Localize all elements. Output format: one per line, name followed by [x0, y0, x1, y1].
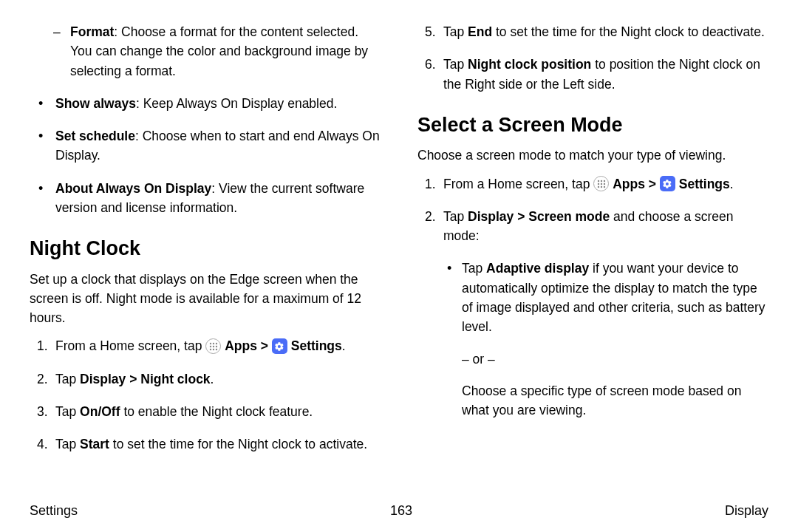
mode-step-2: 2. Tap Display > Screen mode and choose …	[417, 207, 768, 246]
set-schedule-label: Set schedule	[55, 129, 135, 143]
step-pre: Tap	[443, 24, 468, 39]
apps-icon	[593, 176, 609, 191]
step-bold: End	[468, 24, 492, 39]
step-bold: On/Off	[80, 404, 120, 419]
format-item: Format: Choose a format for the content …	[30, 22, 381, 81]
step-pre: Tap	[443, 209, 468, 224]
step-number: 6.	[425, 55, 436, 74]
about-aod-label: About Always On Display	[55, 181, 211, 196]
step-number: 3.	[37, 402, 48, 421]
step-pre: Tap	[443, 57, 468, 72]
mode-step-1: 1. From a Home screen, tap Apps > Settin…	[417, 174, 768, 194]
svg-point-6	[210, 348, 211, 349]
screen-mode-heading: Select a Screen Mode	[417, 110, 768, 140]
settings-icon	[272, 338, 287, 354]
step-number: 1.	[425, 174, 436, 194]
night-clock-intro: Set up a clock that displays on the Edge…	[30, 270, 381, 328]
page-content: Format: Choose a format for the content …	[0, 0, 798, 467]
svg-point-8	[216, 348, 217, 349]
or-separator: – or –	[417, 349, 768, 369]
step-end: .	[730, 177, 734, 191]
svg-point-7	[213, 348, 214, 349]
svg-point-16	[601, 186, 602, 188]
adaptive-bold: Adaptive display	[486, 261, 589, 276]
step-bold: Display > Screen mode	[468, 209, 610, 224]
svg-point-0	[210, 342, 211, 344]
svg-point-2	[216, 342, 217, 344]
step-pre: Tap	[55, 437, 80, 451]
step-rest: to enable the Night clock feature.	[120, 404, 313, 419]
svg-point-11	[604, 180, 605, 182]
page-footer: Settings 163 Display	[30, 503, 768, 519]
settings-label: Settings	[291, 338, 342, 353]
svg-point-12	[598, 183, 599, 185]
night-step-4: 4. Tap Start to set the time for the Nig…	[30, 434, 381, 454]
show-always-text: : Keep Always On Display enabled.	[136, 96, 337, 111]
step-number: 1.	[37, 336, 48, 355]
step-pre: Tap	[55, 404, 80, 419]
format-text: : Choose a format for the content select…	[70, 24, 368, 78]
night-clock-heading: Night Clock	[30, 233, 381, 264]
apps-label: Apps	[225, 338, 257, 353]
night-step-3: 3. Tap On/Off to enable the Night clock …	[30, 402, 381, 421]
step-end: .	[342, 338, 346, 353]
svg-point-5	[216, 345, 217, 347]
sep: >	[645, 177, 660, 191]
set-schedule-item: Set schedule: Choose when to start and e…	[30, 126, 381, 166]
step-rest: to set the time for the Night clock to a…	[109, 437, 367, 451]
step-pre: From a Home screen, tap	[443, 177, 593, 191]
svg-point-14	[604, 183, 605, 185]
night-step-5: 5. Tap End to set the time for the Night…	[417, 22, 768, 41]
svg-point-10	[601, 180, 602, 182]
night-step-6: 6. Tap Night clock position to position …	[417, 55, 768, 94]
svg-point-13	[601, 183, 602, 185]
step-bold: Night clock position	[468, 57, 591, 72]
adaptive-pre: Tap	[462, 261, 486, 276]
settings-icon	[660, 176, 675, 191]
format-label: Format	[70, 24, 114, 39]
svg-point-15	[598, 186, 599, 188]
step-pre: From a Home screen, tap	[55, 338, 205, 353]
step-pre: Tap	[55, 372, 80, 386]
svg-point-17	[604, 186, 605, 188]
night-step-2: 2. Tap Display > Night clock.	[30, 369, 381, 389]
step-bold: Display > Night clock	[80, 372, 211, 386]
step-bold: Start	[80, 437, 109, 451]
step-number: 2.	[37, 369, 48, 389]
svg-point-3	[210, 345, 211, 347]
step-number: 2.	[425, 207, 436, 226]
night-step-1: 1. From a Home screen, tap Apps > Settin…	[30, 336, 381, 355]
show-always-item: Show always: Keep Always On Display enab…	[30, 94, 381, 113]
footer-left: Settings	[30, 503, 78, 519]
step-rest: to set the time for the Night clock to d…	[492, 24, 765, 39]
footer-right: Display	[725, 503, 768, 519]
step-number: 4.	[37, 434, 48, 454]
adaptive-bullet: Tap Adaptive display if you want your de…	[417, 259, 768, 336]
screen-mode-intro: Choose a screen mode to match your type …	[417, 146, 768, 165]
apps-label: Apps	[613, 177, 645, 191]
step-end: .	[211, 372, 214, 386]
svg-point-4	[213, 345, 214, 347]
settings-label: Settings	[679, 177, 730, 191]
footer-page-number: 163	[390, 503, 412, 519]
right-column: 5. Tap End to set the time for the Night…	[417, 22, 768, 467]
sep: >	[257, 338, 272, 353]
apps-icon	[205, 338, 221, 354]
svg-point-9	[598, 180, 599, 182]
about-aod-item: About Always On Display: View the curren…	[30, 179, 381, 218]
show-always-label: Show always	[55, 96, 136, 111]
svg-point-1	[213, 342, 214, 344]
left-column: Format: Choose a format for the content …	[30, 22, 381, 467]
step-number: 5.	[425, 22, 436, 41]
choose-specific: Choose a specific type of screen mode ba…	[417, 381, 768, 420]
